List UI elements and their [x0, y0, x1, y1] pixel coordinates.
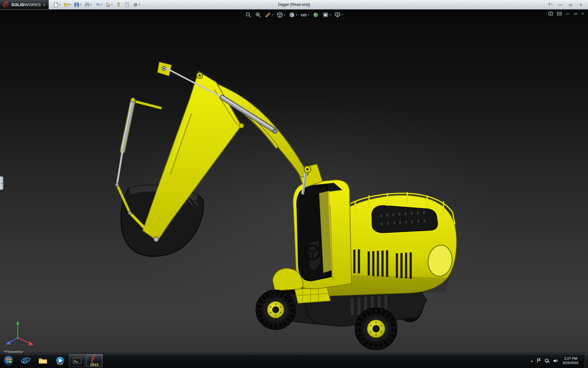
show-desktop-button[interactable]	[584, 353, 588, 368]
cab[interactable]	[293, 180, 352, 289]
excavator-model[interactable]	[115, 62, 457, 350]
display-style-icon	[288, 12, 295, 18]
taskbar-command-prompt[interactable]	[69, 354, 85, 367]
view-settings-icon	[334, 12, 341, 18]
wheel-front[interactable]	[256, 290, 295, 329]
taskbar-internet-explorer[interactable]: e	[17, 354, 34, 367]
view-orientation-button[interactable]: ▾	[276, 11, 285, 18]
feature-tree-collapse-tab[interactable]: ◂	[0, 176, 3, 190]
split-view-horizontal-icon[interactable]	[557, 11, 562, 16]
select-cursor-icon	[105, 2, 111, 7]
clock-date: 6/26/2015	[563, 361, 579, 365]
open-button[interactable]: ▾	[63, 2, 72, 8]
close-button[interactable]: ×	[578, 2, 584, 7]
rebuild-icon	[116, 2, 121, 7]
system-tray: ▴ 2:27 PM 6/26/2015	[530, 353, 588, 368]
section-view-icon	[265, 12, 271, 18]
titlebar: SOLIDWORKS ▸ ▾ ▾ ▾ ▾ ▾ ▾	[0, 0, 588, 10]
dropdown-arrow-icon[interactable]: ▾	[139, 3, 140, 6]
doc-minimize-button[interactable]: —	[566, 12, 570, 16]
taskbar: e 2015 ▴	[0, 353, 588, 368]
dropdown-arrow-icon[interactable]: ▾	[80, 3, 81, 6]
svg-text:2015: 2015	[90, 363, 99, 366]
hydraulic-cylinder-stick[interactable]	[115, 98, 160, 186]
doc-close-button[interactable]: ×	[581, 12, 584, 16]
dropdown-arrow-icon[interactable]: ▾	[59, 3, 60, 6]
graphics-viewport[interactable]: ▾ ▾ ▾ ▾ ▾ ▾ — ▭ × ◂ *D	[0, 9, 588, 353]
window-controls: ?▾ — ▭ ×	[548, 2, 588, 7]
section-view-button[interactable]: ▾	[264, 11, 273, 18]
new-button[interactable]: ▾	[52, 2, 61, 8]
save-icon	[74, 2, 79, 7]
rebuild-button[interactable]	[115, 2, 122, 8]
print-button[interactable]: ▾	[84, 2, 92, 8]
solidworks-logo-icon	[2, 1, 9, 8]
zoom-to-area-button[interactable]	[254, 11, 262, 18]
open-icon	[64, 2, 69, 7]
hide-show-items-icon	[301, 12, 307, 18]
split-view-vertical-icon[interactable]	[548, 11, 553, 16]
minimize-button[interactable]: —	[557, 2, 563, 7]
display-style-button[interactable]: ▾	[288, 11, 297, 18]
wheel-rear[interactable]	[355, 308, 397, 350]
network-icon[interactable]	[545, 358, 550, 363]
view-orientation-cube-icon	[277, 12, 283, 18]
options-gear-icon	[133, 2, 138, 7]
heads-up-toolbar: ▾ ▾ ▾ ▾ ▾ ▾	[245, 11, 343, 18]
clock[interactable]: 2:27 PM 6/26/2015	[563, 356, 579, 365]
internet-explorer-icon: e	[21, 356, 31, 366]
action-center-icon[interactable]	[536, 358, 541, 363]
save-button[interactable]: ▾	[73, 2, 82, 8]
media-player-icon	[55, 356, 65, 366]
viewport-canvas[interactable]	[0, 9, 588, 353]
new-icon	[53, 2, 58, 7]
undo-icon	[95, 2, 100, 7]
windows-start-icon	[3, 355, 15, 366]
help-button[interactable]: ?▾	[548, 2, 552, 7]
view-settings-button[interactable]: ▾	[334, 11, 343, 18]
restore-button[interactable]: ▭	[568, 2, 573, 7]
apply-scene-icon	[322, 12, 329, 18]
zoom-to-area-icon	[255, 12, 261, 18]
print-icon	[85, 2, 90, 7]
solidworks-logo[interactable]: SOLIDWORKS ▸	[0, 0, 49, 9]
start-button[interactable]	[2, 354, 16, 368]
edit-appearance-icon	[313, 12, 319, 18]
zoom-to-fit-icon	[245, 12, 251, 18]
command-prompt-icon	[72, 356, 82, 366]
window-title: Digger [Read-only]	[278, 0, 310, 9]
options-button[interactable]: ▾	[132, 2, 141, 8]
logo-expand-arrow[interactable]: ▸	[43, 3, 45, 6]
show-hidden-icons-button[interactable]: ▴	[530, 359, 533, 362]
dropdown-arrow-icon[interactable]: ▾	[111, 3, 112, 6]
clock-time: 2:27 PM	[563, 356, 579, 361]
doc-restore-button[interactable]: ▭	[574, 12, 577, 16]
main-toolbar: ▾ ▾ ▾ ▾ ▾ ▾ ▾	[52, 2, 141, 8]
apply-scene-button[interactable]: ▾	[322, 11, 331, 18]
engine-cover	[372, 205, 438, 233]
document-window-controls: — ▭ ×	[548, 11, 584, 16]
file-properties-icon	[124, 2, 130, 7]
taskbar-solidworks[interactable]: 2015	[86, 354, 103, 367]
file-properties-button[interactable]	[123, 2, 130, 8]
volume-icon[interactable]	[553, 358, 558, 363]
zoom-to-fit-button[interactable]	[245, 11, 252, 18]
coordinate-triad	[6, 321, 34, 346]
brand-name: SOLIDWORKS	[11, 2, 41, 7]
svg-text:e: e	[22, 356, 28, 365]
edit-appearance-button[interactable]	[312, 11, 319, 18]
hide-show-items-button[interactable]: ▾	[300, 11, 310, 18]
dropdown-arrow-icon[interactable]: ▾	[70, 3, 71, 6]
undo-button[interactable]: ▾	[94, 2, 103, 8]
dropdown-arrow-icon[interactable]: ▾	[101, 3, 102, 6]
folder-icon	[38, 356, 48, 366]
dropdown-arrow-icon[interactable]: ▾	[90, 3, 92, 6]
taskbar-windows-explorer[interactable]	[35, 354, 51, 367]
select-button[interactable]: ▾	[104, 2, 113, 8]
solidworks-taskbar-icon: 2015	[89, 355, 99, 366]
taskbar-media-player[interactable]	[52, 354, 68, 367]
